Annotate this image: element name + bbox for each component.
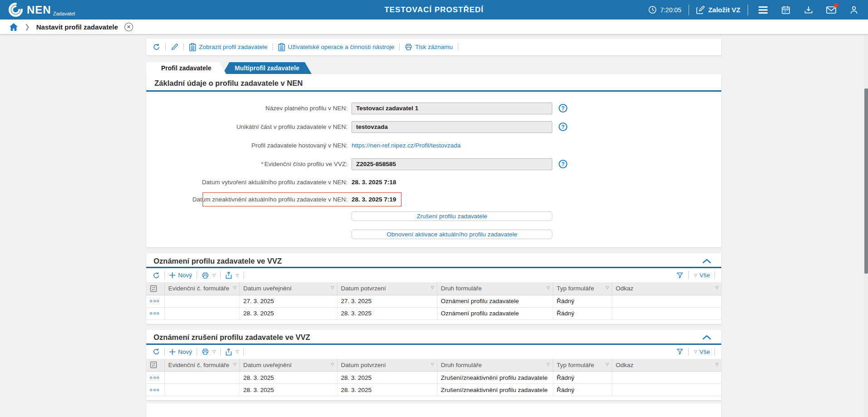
- download-button[interactable]: [801, 2, 816, 18]
- new-button[interactable]: Nový: [169, 348, 192, 355]
- column-header[interactable]: Druh formuláře▽: [437, 359, 553, 372]
- unikatni-cast-input[interactable]: testovzada: [352, 121, 552, 133]
- help-icon[interactable]: ?: [559, 123, 567, 131]
- view-all-dropdown[interactable]: ▽ Vše: [693, 348, 710, 355]
- export-menu-button[interactable]: ▽: [225, 271, 239, 279]
- column-settings-button[interactable]: [146, 282, 164, 295]
- required-asterisk: *: [261, 161, 263, 167]
- filter-caret-icon[interactable]: ▽: [331, 362, 334, 367]
- basic-info-panel: Základní údaje o profilu zadavatele v NE…: [146, 74, 721, 247]
- tab-multiprofil-zadavatele[interactable]: Multiprofil zadavatele: [223, 62, 312, 74]
- calendar-icon: [781, 5, 790, 15]
- refresh-button[interactable]: [153, 348, 160, 355]
- vvz-notices-header: Oznámení profilu zadavatele ve VVZ: [146, 253, 721, 268]
- view-all-label: Vše: [699, 348, 710, 355]
- dropdown-caret-icon: ▽: [213, 273, 216, 278]
- clock-value: 7:20:05: [660, 6, 681, 14]
- filter-caret-icon[interactable]: ▽: [715, 362, 719, 367]
- profile-url-link[interactable]: https://nen-ref.nipez.cz/Profil/testovza…: [352, 142, 461, 149]
- new-button-label: Nový: [178, 348, 192, 355]
- toolbar-separator: [714, 271, 715, 279]
- column-header[interactable]: Evidenční č. formuláře▽: [164, 359, 239, 372]
- field-label: Profil zadavatele hostovaný v NEN:: [146, 142, 352, 149]
- filter-caret-icon[interactable]: ▽: [431, 362, 434, 367]
- filter-caret-icon[interactable]: ▽: [233, 285, 237, 290]
- datum-zneaktivneni-value: 28. 3. 2025 7:19: [352, 196, 396, 203]
- vvz-notices-title: Oznámení profilu zadavatele ve VVZ: [154, 257, 282, 265]
- record-toolbar: Zobrazit profil zadavatele Uživatelské o…: [146, 39, 721, 55]
- collapse-button[interactable]: [702, 335, 711, 340]
- create-vz-label: Založit VZ: [708, 6, 740, 14]
- mail-button[interactable]: [823, 2, 839, 18]
- form-row-hostovany-profil: Profil zadavatele hostovaný v NEN: https…: [146, 136, 721, 155]
- tab-profil-zadavatele[interactable]: Profil zadavatele: [146, 62, 226, 74]
- chevron-up-icon: [702, 259, 711, 264]
- row-menu-button[interactable]: [150, 389, 161, 391]
- column-header[interactable]: Datum potvrzení▽: [337, 282, 437, 295]
- refresh-button[interactable]: [153, 43, 160, 51]
- filter-caret-icon[interactable]: ▽: [547, 362, 550, 367]
- print-menu-button[interactable]: ▽: [202, 272, 216, 279]
- column-settings-button[interactable]: [146, 359, 164, 372]
- calendar-button[interactable]: [778, 2, 794, 18]
- row-menu-button[interactable]: [150, 300, 161, 302]
- column-header[interactable]: Datum uveřejnění▽: [239, 359, 337, 372]
- new-button[interactable]: Nový: [169, 272, 192, 279]
- toolbar-separator: [197, 348, 197, 356]
- filter-caret-icon[interactable]: ▽: [547, 285, 550, 290]
- cancel-profile-button[interactable]: Zrušení profilu zadavatele: [352, 211, 552, 221]
- table-row[interactable]: 28. 3. 2025 28. 3. 2025 Oznámení profilu…: [146, 307, 721, 319]
- filter-caret-icon[interactable]: ▽: [606, 285, 609, 290]
- user-operations-link[interactable]: Uživatelské operace a činnosti nástroje: [278, 43, 394, 51]
- main-content: Zobrazit profil zadavatele Uživatelské o…: [146, 39, 721, 417]
- show-profile-link[interactable]: Zobrazit profil zadavatele: [189, 43, 268, 51]
- filter-caret-icon[interactable]: ▽: [606, 362, 609, 367]
- refresh-button[interactable]: [153, 272, 160, 279]
- filter-caret-icon[interactable]: ▽: [715, 285, 719, 290]
- print-record-link[interactable]: Tisk záznamu: [405, 43, 453, 51]
- column-header[interactable]: Typ formuláře▽: [553, 282, 612, 295]
- export-menu-button[interactable]: ▽: [225, 348, 239, 356]
- next-section-panel: [146, 403, 721, 417]
- scrollbar-thumb[interactable]: [864, 88, 868, 274]
- restore-activation-button[interactable]: Obnovení aktivace aktuálního profilu zad…: [352, 230, 552, 239]
- column-header[interactable]: Evidenční č. formuláře▽: [164, 282, 239, 295]
- collapse-button[interactable]: [702, 259, 711, 264]
- toolbar-separator: [714, 348, 715, 356]
- table-row[interactable]: 27. 3. 2025 27. 3. 2025 Oznámení profilu…: [146, 295, 721, 307]
- column-header[interactable]: Datum uveřejnění▽: [239, 282, 337, 295]
- nazev-profilu-input[interactable]: Testovací zadavatel 1: [352, 103, 552, 114]
- row-menu-button[interactable]: [150, 377, 161, 379]
- close-page-button[interactable]: ✕: [124, 23, 133, 31]
- print-menu-button[interactable]: ▽: [202, 348, 216, 355]
- table-row[interactable]: 28. 3. 2025 28. 3. 2025 Zrušení/zneaktiv…: [146, 372, 721, 384]
- vertical-scrollbar[interactable]: [864, 34, 868, 417]
- help-icon[interactable]: ?: [559, 160, 567, 168]
- datum-vytvoreni-value: 28. 3. 2025 7:18: [352, 179, 396, 186]
- home-button[interactable]: [9, 23, 18, 31]
- column-header[interactable]: Odkaz▽: [612, 282, 721, 295]
- form-row-datum-zneaktivneni: Datum zneaktivnění aktuálního profilu za…: [146, 191, 721, 208]
- form-row-unikatni-cast: Unikátní část v profilu zadavatele v NEN…: [146, 118, 721, 136]
- column-header[interactable]: Datum potvrzení▽: [337, 359, 437, 372]
- print-record-label: Tisk záznamu: [415, 44, 453, 50]
- user-button[interactable]: [846, 2, 862, 18]
- edit-record-button[interactable]: [171, 43, 179, 51]
- filter-caret-icon[interactable]: ▽: [233, 362, 237, 367]
- create-vz-button[interactable]: Založit VZ: [696, 5, 740, 14]
- column-header[interactable]: Odkaz▽: [612, 359, 721, 372]
- row-menu-button[interactable]: [150, 312, 161, 314]
- column-header[interactable]: Druh formuláře▽: [437, 282, 553, 295]
- filter-button[interactable]: [676, 272, 684, 279]
- filter-caret-icon[interactable]: ▽: [431, 285, 434, 290]
- column-header[interactable]: Typ formuláře▽: [553, 359, 612, 372]
- table-row[interactable]: 28. 3. 2025 28. 3. 2025 Zrušení/zneaktiv…: [146, 384, 721, 396]
- filter-caret-icon[interactable]: ▽: [331, 285, 334, 290]
- evidencni-cislo-input[interactable]: Z2025-858585: [352, 158, 552, 170]
- filter-button[interactable]: [676, 348, 684, 355]
- help-icon[interactable]: ?: [559, 104, 567, 113]
- app-header: NEN Zadavatel TESTOVACÍ PROSTŘEDÍ 7:20:0…: [0, 0, 868, 20]
- user-icon: [849, 5, 858, 15]
- view-all-dropdown[interactable]: ▽ Vše: [693, 272, 710, 279]
- menu-button[interactable]: [755, 2, 771, 18]
